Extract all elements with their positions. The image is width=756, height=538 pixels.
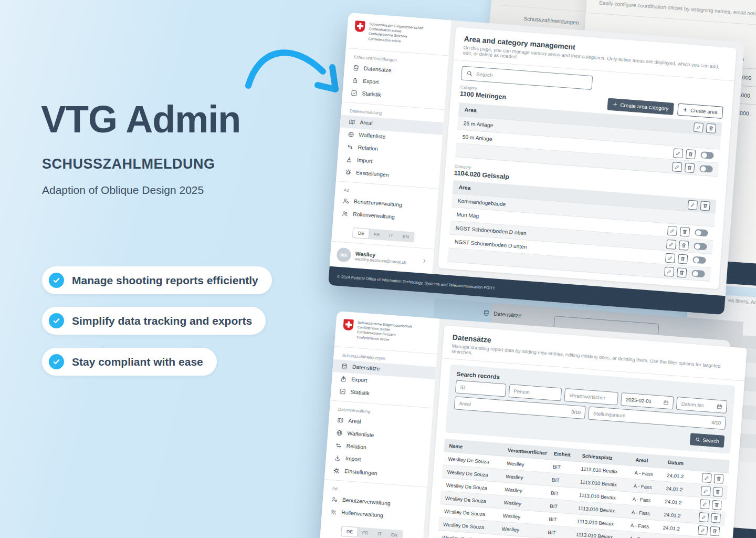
search-button[interactable]: Search — [690, 433, 725, 448]
id-field[interactable]: ID — [455, 380, 507, 397]
swiss-logo: Schweizerische Eidgenossenschaft Confédé… — [334, 317, 439, 350]
search-placeholder: Search — [476, 71, 492, 78]
sidebar-item-label: Datensätze — [364, 66, 392, 74]
gear-icon — [333, 467, 340, 474]
edit-area-button[interactable] — [664, 266, 674, 276]
edit-area-button[interactable] — [667, 225, 677, 235]
lang-option-de[interactable]: DE — [353, 228, 369, 239]
sidebar-item-label: Relation — [358, 144, 378, 152]
delete-area-button[interactable] — [685, 162, 695, 172]
trash-icon — [714, 502, 720, 508]
trash-icon — [716, 476, 722, 482]
logo-wordmark: Schweizerische Eidgenossenschaft Confédé… — [356, 320, 412, 344]
datum-von-field[interactable]: 2025-02-01 — [621, 392, 674, 409]
delete-category-button[interactable] — [706, 123, 716, 133]
active-toggle[interactable] — [700, 151, 714, 159]
search-icon — [467, 70, 473, 77]
feature-bullet-1: Manage shooting reports efficiently — [42, 266, 272, 294]
calendar-icon[interactable] — [717, 404, 722, 409]
delete-record-button[interactable] — [710, 526, 720, 536]
sidebar-item-label: Import — [357, 157, 373, 164]
search-icon — [695, 437, 700, 442]
pencil-icon — [690, 202, 696, 208]
lang-option-fr[interactable]: FR — [357, 527, 373, 538]
edit-area-button[interactable] — [666, 239, 676, 249]
pencil-icon — [674, 164, 680, 170]
edit-area-button[interactable] — [672, 162, 682, 172]
active-toggle[interactable] — [699, 165, 713, 173]
background-description: ea filters. Add ne — [728, 297, 756, 306]
pencil-icon — [696, 125, 701, 130]
page-subtitle: SCHUSSZAHLMELDUNG — [42, 156, 215, 172]
edit-record-button[interactable] — [702, 473, 712, 483]
calendar-icon[interactable] — [663, 400, 669, 406]
delete-area-button[interactable] — [678, 254, 688, 264]
edit-category-button[interactable] — [688, 200, 698, 210]
users-icon — [342, 210, 349, 217]
lang-option-it[interactable]: IT — [384, 230, 398, 241]
plus-icon — [683, 107, 688, 112]
pencil-icon — [667, 255, 673, 261]
active-toggle[interactable] — [694, 243, 707, 251]
create-area-category-button[interactable]: Create area category — [607, 98, 674, 115]
sidebar-item-label: Einstellungen — [344, 468, 377, 477]
edit-category-button[interactable] — [694, 122, 704, 132]
chart-icon — [339, 388, 346, 395]
trash-icon — [702, 203, 708, 209]
export-icon — [340, 376, 347, 382]
feature-text: Simplify data tracking and exports — [72, 315, 252, 327]
lang-option-de[interactable]: DE — [341, 526, 358, 537]
user-gear-icon — [331, 496, 338, 503]
swiss-logo: Schweizerische Eidgenossenschaft Confédé… — [346, 19, 450, 52]
lang-option-en[interactable]: EN — [386, 530, 402, 538]
datum-bis-field[interactable]: Datum bis — [676, 397, 728, 413]
main-content: Datensätze Manage shooting report data b… — [417, 319, 754, 538]
feature-bullet-3: Stay compliant with ease — [42, 348, 217, 376]
logo-wordmark: Schweizerische Eidgenossenschaft Confédé… — [368, 22, 424, 45]
arrows-icon — [346, 143, 353, 150]
edit-record-button[interactable] — [700, 499, 710, 509]
globe-icon — [348, 131, 354, 138]
lang-option-fr[interactable]: FR — [369, 229, 385, 240]
delete-record-button[interactable] — [713, 487, 723, 497]
edit-record-button[interactable] — [701, 486, 711, 496]
delete-record-button[interactable] — [712, 500, 722, 510]
person-field[interactable]: Person — [509, 384, 562, 401]
create-area-button[interactable]: Create area — [677, 104, 723, 119]
sidebar-item-label: Export — [351, 377, 368, 384]
app-window-area-management: Schweizerische Eidgenossenschaft Confédé… — [328, 13, 744, 315]
delete-category-button[interactable] — [700, 201, 710, 211]
export-icon — [352, 77, 359, 84]
sidebar: Schweizerische Eidgenossenschaft Confédé… — [315, 311, 439, 538]
edit-record-button[interactable] — [698, 525, 708, 535]
active-toggle[interactable] — [692, 256, 706, 264]
delete-record-button[interactable] — [711, 513, 721, 523]
page-tagline: Adaption of Oblique Design 2025 — [42, 184, 204, 196]
pencil-icon — [701, 514, 707, 520]
verantwortlicher-field[interactable]: Verantwortlicher — [564, 388, 618, 406]
edit-area-button[interactable] — [665, 253, 675, 263]
sidebar-item-label: Benutzerverwaltung — [342, 497, 391, 506]
lang-option-en[interactable]: EN — [397, 231, 414, 242]
check-circle-icon — [49, 273, 64, 288]
active-toggle[interactable] — [691, 270, 705, 277]
trash-icon — [713, 515, 719, 521]
char-counter: 0/10 — [571, 409, 581, 415]
globe-icon — [336, 429, 343, 436]
lang-option-it[interactable]: IT — [373, 529, 387, 538]
edit-record-button[interactable] — [699, 512, 709, 522]
user-menu[interactable]: WA Weslley weslley.desouza@movit.ch — [330, 241, 434, 271]
delete-area-button[interactable] — [679, 240, 689, 250]
delete-area-button[interactable] — [686, 149, 696, 159]
delete-area-button[interactable] — [677, 267, 687, 277]
trash-icon — [680, 256, 686, 262]
delete-area-button[interactable] — [680, 226, 690, 236]
sidebar-item-label: Export — [363, 78, 379, 85]
sidebar-item-label: Waffenliste — [359, 132, 386, 140]
trash-icon — [681, 242, 687, 248]
active-toggle[interactable] — [695, 229, 708, 237]
sidebar-item-label: Import — [345, 456, 361, 462]
sidebar-item-label: Statistik — [362, 91, 381, 98]
delete-record-button[interactable] — [713, 474, 723, 484]
edit-area-button[interactable] — [673, 148, 683, 158]
